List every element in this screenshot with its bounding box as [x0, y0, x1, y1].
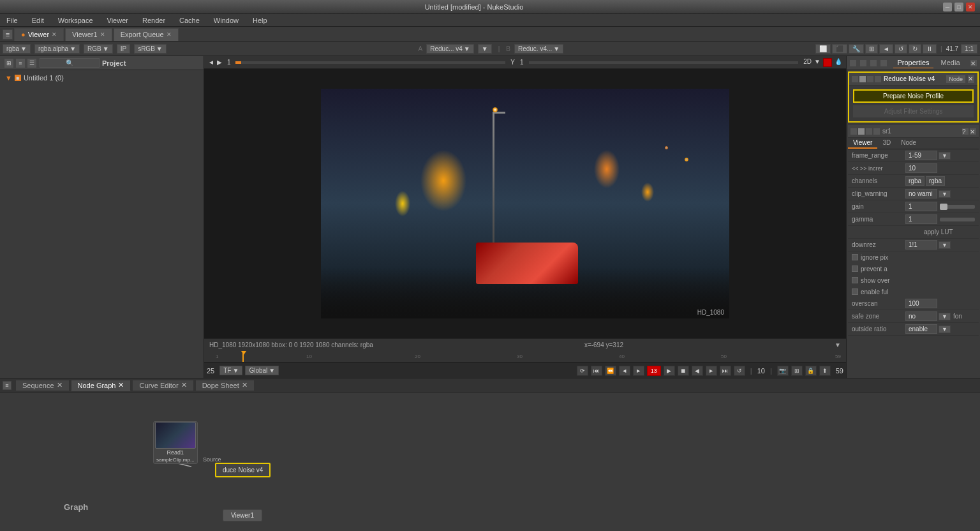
node-tab-btn[interactable]: Node	[946, 75, 966, 84]
next-frame-btn[interactable]: ▶	[217, 59, 222, 66]
tab-viewer1-close[interactable]: ✕	[100, 31, 105, 38]
menu-window[interactable]: Window	[211, 17, 241, 24]
overscan-value[interactable]: 100	[905, 299, 937, 308]
step-fwd-btn[interactable]: ►	[633, 366, 644, 376]
stop-btn[interactable]: ⏹	[678, 366, 689, 376]
bottom-panel-menu[interactable]: ≡	[3, 381, 11, 390]
subtab-node[interactable]: Node	[896, 138, 921, 149]
safe-zone-expand[interactable]: ▼	[939, 313, 951, 320]
gain-slider[interactable]	[940, 205, 975, 209]
viewer-icon-7[interactable]: ↻	[909, 44, 921, 54]
rn-visibility-icon[interactable]	[859, 76, 866, 82]
tab-properties[interactable]: Properties	[893, 57, 933, 68]
tab-media[interactable]: Media	[937, 57, 964, 68]
tf-select[interactable]: TF▼	[219, 366, 242, 375]
menu-edit[interactable]: Edit	[29, 17, 47, 24]
channel-select[interactable]: rgba ▼	[3, 44, 31, 54]
search-input[interactable]: 🔍	[40, 58, 100, 68]
loop-btn[interactable]: ↺	[734, 366, 745, 376]
camera-icon[interactable]: 📷	[777, 366, 789, 376]
first-frame-btn[interactable]: ⏮	[591, 366, 602, 376]
rn-toggle-icon[interactable]	[852, 76, 858, 82]
color-picker-btn[interactable]	[823, 58, 832, 67]
clip-warning-value[interactable]: no warni	[905, 189, 937, 198]
btab-curve-editor-close[interactable]: ✕	[181, 381, 187, 389]
step-back-btn[interactable]: ◄	[619, 366, 630, 376]
btab-sequence-close[interactable]: ✕	[57, 381, 63, 389]
tree-item-untitled[interactable]: ▼ ■ Untitled 1 (0)	[3, 73, 201, 83]
tab-export-queue-close[interactable]: ✕	[167, 31, 172, 38]
viewer-icon-8[interactable]: ⏸	[923, 44, 937, 54]
alpha-select[interactable]: rgba.alpha ▼	[34, 44, 80, 54]
menu-viewer[interactable]: Viewer	[105, 17, 131, 24]
vp-settings-icon[interactable]	[873, 128, 880, 135]
vp-eye-icon[interactable]	[858, 128, 865, 135]
view-btn-2[interactable]: ≡	[15, 58, 26, 68]
vp-link-icon[interactable]	[866, 128, 872, 135]
timeline-icon2[interactable]: ⊞	[791, 366, 803, 376]
red-frame-btn[interactable]: 13	[647, 366, 661, 376]
subtab-3d[interactable]: 3D	[877, 138, 896, 149]
colorspace-select[interactable]: RGB ▼	[84, 44, 113, 54]
rpanel-close-icon[interactable]: ✕	[970, 59, 977, 67]
tab-viewer1[interactable]: Viewer1 ✕	[65, 28, 112, 41]
show-over-checkbox[interactable]	[852, 277, 858, 283]
viewer-icon-5[interactable]: ◄	[879, 44, 893, 54]
prepare-noise-profile-btn[interactable]: Prepare Noise Profile	[853, 89, 974, 103]
play-btn[interactable]: ▶	[664, 366, 675, 376]
reduce-noise-node[interactable]: duce Noise v4	[215, 463, 271, 477]
tab-viewer[interactable]: ● Viewer ✕	[14, 28, 64, 41]
vp-close-icon[interactable]: ✕	[970, 128, 976, 135]
maximize-button[interactable]: □	[954, 3, 963, 11]
menu-file[interactable]: File	[4, 17, 20, 24]
prevent-a-checkbox[interactable]	[852, 266, 858, 272]
viewer-icon-3[interactable]: 🔧	[849, 44, 864, 54]
global-select[interactable]: Global▼	[245, 366, 279, 375]
minimize-button[interactable]: ─	[943, 3, 952, 11]
gamut-select[interactable]: sRGB ▼	[134, 44, 167, 54]
menu-help[interactable]: Help	[250, 17, 270, 24]
frame-range-expand[interactable]: ▼	[939, 152, 951, 160]
next-frame-btn2[interactable]: ►	[706, 366, 717, 376]
rn-settings-icon[interactable]	[867, 76, 873, 82]
clip-warning-expand[interactable]: ▼	[939, 190, 951, 198]
menu-render[interactable]: Render	[140, 17, 168, 24]
enable-ful-checkbox[interactable]	[852, 288, 858, 295]
btab-dope-sheet-close[interactable]: ✕	[242, 381, 248, 389]
gamma-slider[interactable]	[940, 218, 975, 221]
viewer-icon-6[interactable]: ↺	[895, 44, 907, 54]
tab-export-queue[interactable]: Export Queue ✕	[114, 28, 179, 41]
play-back-btn[interactable]: ◀	[692, 366, 703, 376]
outside-ratio-value[interactable]: enable	[905, 324, 937, 334]
downrez-expand[interactable]: ▼	[939, 241, 951, 249]
view-btn-1[interactable]: ⊞	[4, 58, 14, 68]
rn-expand-icon[interactable]: ✕	[967, 75, 975, 84]
eyedropper-icon[interactable]: 💧	[835, 58, 842, 67]
a-input-select[interactable]: Reduc... v4 ▼	[426, 44, 474, 54]
prev-frame-btn[interactable]: ◄	[208, 59, 214, 66]
timeline-icon3[interactable]: 🔒	[805, 366, 817, 376]
viewer-icon-4[interactable]: ⊞	[865, 44, 878, 54]
timeline-icon4[interactable]: ⬆	[819, 366, 831, 376]
gamma-value[interactable]: 1	[905, 214, 937, 224]
viewer-icon-2[interactable]: ⬛	[832, 44, 847, 54]
frame-scrubber[interactable]	[235, 61, 505, 64]
rpanel-eye-icon[interactable]	[870, 59, 877, 67]
btab-sequence[interactable]: Sequence ✕	[15, 380, 70, 391]
prev-frame-btn[interactable]: ⏪	[605, 366, 616, 376]
y-scrubber[interactable]	[529, 61, 799, 64]
btab-curve-editor[interactable]: Curve Editor ✕	[132, 380, 193, 391]
a-extra[interactable]: ▼	[478, 44, 492, 54]
channels-val2[interactable]: rgba	[926, 176, 945, 186]
adjust-filter-settings-btn[interactable]: Adjust Filter Settings	[853, 105, 974, 117]
rpanel-pin-icon[interactable]	[859, 59, 867, 67]
rn-link-icon[interactable]	[875, 76, 881, 82]
ratio-select[interactable]: 1:1	[961, 44, 977, 54]
tab-viewer-close[interactable]: ✕	[52, 31, 57, 38]
vp-filter-icon[interactable]	[850, 128, 857, 135]
frame-range-value[interactable]: 1-59	[905, 151, 937, 160]
viewer-icon-1[interactable]: ⬜	[815, 44, 831, 54]
b-input-select[interactable]: Reduc. v4... ▼	[514, 44, 563, 54]
panel-menu-button[interactable]: ≡	[3, 29, 13, 40]
downrez-value[interactable]: 1!1	[905, 240, 937, 250]
